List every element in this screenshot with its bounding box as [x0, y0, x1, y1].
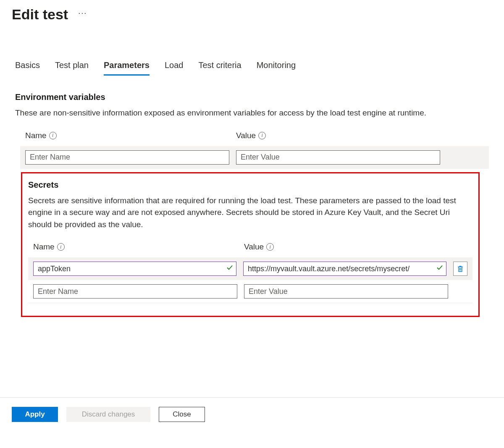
page-title: Edit test [12, 6, 68, 23]
tabs-bar: Basics Test plan Parameters Load Test cr… [0, 60, 504, 76]
tab-basics[interactable]: Basics [15, 60, 40, 76]
tab-parameters[interactable]: Parameters [104, 60, 150, 76]
footer: Apply Discard changes Close [0, 397, 504, 431]
secret-value-input[interactable] [244, 284, 448, 299]
tab-monitoring[interactable]: Monitoring [257, 60, 296, 76]
secret-value-input[interactable] [243, 262, 446, 276]
more-actions-icon[interactable]: ··· [78, 9, 87, 20]
tab-test-plan[interactable]: Test plan [55, 60, 89, 76]
secrets-section-highlight: Secrets Secrets are sensitive informatio… [21, 172, 480, 317]
secrets-name-header: Name [33, 242, 55, 252]
env-value-header: Value [236, 131, 256, 140]
tab-load[interactable]: Load [165, 60, 184, 76]
close-button[interactable]: Close [159, 407, 205, 422]
env-section-title: Environment variables [15, 92, 489, 102]
info-icon[interactable]: i [49, 132, 57, 139]
secret-name-input[interactable] [33, 262, 236, 276]
env-name-header: Name [25, 131, 47, 140]
discard-changes-button[interactable]: Discard changes [66, 407, 150, 422]
secret-row [28, 280, 472, 303]
env-name-input[interactable] [25, 150, 229, 165]
secrets-section-title: Secrets [28, 180, 472, 190]
info-icon[interactable]: i [266, 243, 274, 251]
secret-name-input[interactable] [33, 284, 237, 299]
apply-button[interactable]: Apply [12, 407, 58, 422]
info-icon[interactable]: i [258, 132, 266, 139]
secrets-value-header: Value [244, 242, 264, 252]
env-row [20, 146, 489, 169]
env-section-desc: These are non-sensitive information expo… [15, 107, 489, 119]
env-value-input[interactable] [236, 150, 440, 165]
secret-row [28, 257, 472, 280]
delete-secret-button[interactable] [453, 262, 467, 276]
secrets-section-desc: Secrets are sensitive information that a… [28, 195, 472, 231]
tab-test-criteria[interactable]: Test criteria [198, 60, 241, 76]
info-icon[interactable]: i [57, 243, 65, 251]
